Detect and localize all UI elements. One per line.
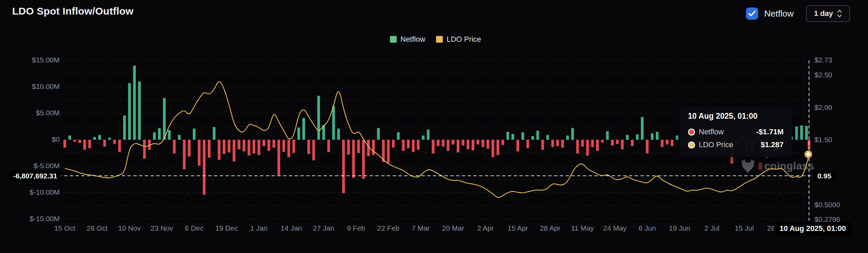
- netflow-bar[interactable]: [397, 132, 400, 140]
- netflow-bar[interactable]: [676, 136, 678, 140]
- netflow-bar[interactable]: [198, 140, 200, 166]
- netflow-bar[interactable]: [646, 140, 649, 154]
- netflow-bar[interactable]: [108, 138, 111, 140]
- netflow-bar[interactable]: [307, 140, 310, 154]
- netflow-bar[interactable]: [641, 117, 644, 140]
- netflow-bar[interactable]: [417, 140, 419, 150]
- netflow-bar[interactable]: [63, 140, 66, 148]
- netflow-bar[interactable]: [377, 128, 380, 140]
- netflow-bar[interactable]: [258, 140, 260, 155]
- netflow-bar[interactable]: [531, 136, 534, 140]
- netflow-bar[interactable]: [671, 140, 673, 146]
- netflow-bar[interactable]: [631, 140, 634, 146]
- netflow-bar[interactable]: [153, 132, 156, 140]
- netflow-bar[interactable]: [113, 140, 116, 144]
- netflow-bar[interactable]: [342, 140, 345, 193]
- netflow-bar[interactable]: [218, 140, 220, 160]
- netflow-bar[interactable]: [477, 140, 479, 144]
- netflow-bar[interactable]: [243, 140, 245, 151]
- netflow-bar[interactable]: [73, 140, 76, 142]
- netflow-bar[interactable]: [158, 128, 161, 140]
- netflow-bar[interactable]: [492, 140, 494, 157]
- netflow-bar[interactable]: [661, 140, 664, 147]
- netflow-bar[interactable]: [337, 129, 340, 140]
- netflow-bar[interactable]: [168, 130, 171, 140]
- netflow-bar[interactable]: [462, 140, 465, 145]
- netflow-bar[interactable]: [656, 132, 658, 140]
- netflow-bar[interactable]: [586, 140, 589, 156]
- netflow-bar[interactable]: [302, 118, 305, 140]
- netflow-bar[interactable]: [238, 140, 240, 149]
- netflow-bar[interactable]: [138, 81, 141, 140]
- netflow-bar[interactable]: [511, 134, 514, 140]
- netflow-bar[interactable]: [521, 132, 524, 140]
- netflow-bar[interactable]: [507, 132, 509, 140]
- netflow-bar[interactable]: [282, 140, 285, 152]
- netflow-bar[interactable]: [611, 140, 614, 145]
- netflow-bar[interactable]: [203, 140, 205, 195]
- netflow-bar[interactable]: [601, 140, 604, 142]
- netflow-bar[interactable]: [427, 130, 430, 140]
- netflow-bar[interactable]: [546, 135, 549, 140]
- netflow-bar[interactable]: [208, 140, 211, 158]
- netflow-bar[interactable]: [621, 140, 624, 149]
- netflow-bar[interactable]: [551, 140, 554, 147]
- netflow-bar[interactable]: [805, 126, 808, 140]
- netflow-bar[interactable]: [213, 127, 216, 140]
- netflow-bar[interactable]: [352, 140, 355, 178]
- netflow-bar[interactable]: [297, 128, 300, 140]
- netflow-bar[interactable]: [268, 140, 270, 151]
- netflow-bar[interactable]: [347, 140, 350, 155]
- netflow-bar[interactable]: [357, 140, 360, 153]
- netflow-bar[interactable]: [98, 135, 101, 140]
- netflow-bar[interactable]: [143, 140, 146, 159]
- netflow-bar[interactable]: [442, 140, 445, 147]
- netflow-bar[interactable]: [133, 66, 136, 140]
- netflow-bar[interactable]: [372, 140, 375, 155]
- netflow-bar[interactable]: [556, 140, 559, 146]
- netflow-bar[interactable]: [566, 136, 569, 140]
- netflow-bar[interactable]: [795, 126, 798, 140]
- netflow-bar[interactable]: [163, 98, 166, 140]
- netflow-bar[interactable]: [412, 140, 415, 152]
- netflow-bar[interactable]: [362, 140, 365, 179]
- netflow-bar[interactable]: [452, 140, 454, 144]
- netflow-bar[interactable]: [596, 140, 599, 151]
- netflow-bar[interactable]: [392, 140, 395, 148]
- netflow-bar[interactable]: [277, 140, 280, 175]
- netflow-bar[interactable]: [262, 140, 265, 146]
- netflow-bar[interactable]: [407, 140, 410, 148]
- netflow-bar[interactable]: [501, 140, 504, 145]
- netflow-bar[interactable]: [481, 140, 484, 147]
- netflow-bar[interactable]: [193, 129, 196, 140]
- netflow-bar[interactable]: [467, 140, 469, 149]
- netflow-bar[interactable]: [332, 106, 335, 140]
- netflow-bar[interactable]: [123, 115, 126, 140]
- netflow-bar[interactable]: [576, 140, 579, 154]
- netflow-bar[interactable]: [447, 140, 450, 151]
- netflow-bar[interactable]: [188, 140, 191, 157]
- netflow-bar[interactable]: [422, 136, 425, 140]
- netflow-bar[interactable]: [88, 140, 91, 148]
- netflow-bar[interactable]: [292, 140, 295, 153]
- netflow-bar[interactable]: [496, 140, 499, 155]
- netflow-bar[interactable]: [616, 140, 619, 144]
- netflow-bar[interactable]: [437, 140, 439, 146]
- netflow-bar[interactable]: [800, 125, 803, 140]
- netflow-bar[interactable]: [68, 136, 71, 140]
- netflow-bar[interactable]: [541, 140, 544, 150]
- netflow-bar[interactable]: [317, 96, 320, 140]
- netflow-bar[interactable]: [228, 140, 231, 152]
- netflow-bar[interactable]: [118, 140, 121, 152]
- netflow-bar[interactable]: [516, 140, 519, 151]
- netflow-bar[interactable]: [536, 131, 539, 140]
- netflow-bar[interactable]: [233, 140, 235, 161]
- netflow-bar[interactable]: [487, 140, 489, 149]
- netflow-bar[interactable]: [128, 83, 131, 140]
- netflow-bar[interactable]: [561, 140, 564, 148]
- netflow-bar[interactable]: [591, 140, 594, 147]
- netflow-bar[interactable]: [248, 140, 250, 156]
- netflow-bar[interactable]: [103, 140, 106, 147]
- netflow-bar[interactable]: [327, 140, 330, 152]
- netflow-bar[interactable]: [636, 134, 639, 140]
